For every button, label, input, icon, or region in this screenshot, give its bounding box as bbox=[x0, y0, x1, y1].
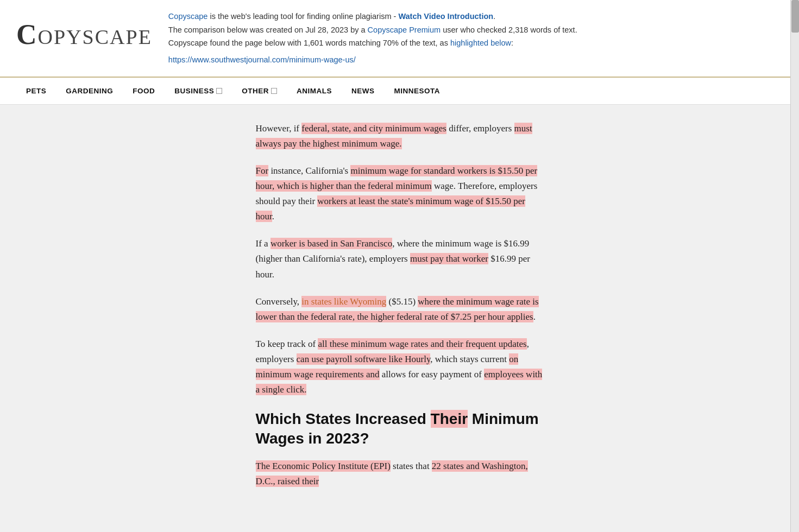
section-heading: Which States Increased Their Minimum Wag… bbox=[256, 409, 544, 449]
other-square-icon bbox=[271, 88, 277, 94]
nav-news[interactable]: NEWS bbox=[342, 78, 385, 105]
nav-food[interactable]: FOOD bbox=[123, 78, 165, 105]
article-url-link[interactable]: https://www.southwestjournal.com/minimum… bbox=[168, 55, 356, 64]
highlight-for: For bbox=[256, 165, 269, 176]
highlight-federal-wages: federal, state, and city minimum wages bbox=[301, 123, 446, 134]
scrollbar-thumb[interactable] bbox=[791, 0, 799, 33]
highlight-their: Their bbox=[431, 410, 468, 428]
comparison-line: The comparison below was created on Jul … bbox=[168, 23, 783, 37]
highlight-ca-wage: minimum wage for standard workers is $15… bbox=[256, 165, 538, 192]
header: COPYSCAPE Copyscape is the web's leading… bbox=[0, 0, 799, 78]
highlight-sf-worker: worker is based in San Francisco bbox=[270, 238, 392, 249]
header-info: Copyscape is the web's leading tool for … bbox=[168, 10, 783, 67]
highlight-track-rates: all these minimum wage rates and their f… bbox=[318, 338, 526, 350]
nav-other[interactable]: OTHER bbox=[232, 78, 287, 105]
highlight-payroll-software: can use payroll software like Hourly bbox=[297, 353, 431, 365]
intro-text: is the web's leading tool for finding on… bbox=[207, 12, 398, 21]
scrollbar[interactable] bbox=[790, 0, 799, 505]
paragraph-5: To keep track of all these minimum wage … bbox=[256, 337, 544, 397]
nav-gardening[interactable]: GARDENING bbox=[56, 78, 123, 105]
highlight-wyoming: in states like Wyoming bbox=[301, 296, 386, 307]
highlight-epi: The Economic Policy Institute (EPI) bbox=[256, 460, 391, 472]
copyscape-logo: COPYSCAPE bbox=[16, 12, 152, 57]
nav-bar: PETS GARDENING FOOD BUSINESS OTHER ANIMA… bbox=[0, 78, 799, 105]
found-line: Copyscape found the page below with 1,60… bbox=[168, 36, 783, 50]
highlighted-below-link[interactable]: highlighted below bbox=[450, 39, 511, 47]
highlight-workers-least: workers at least the state's minimum wag… bbox=[256, 195, 525, 222]
paragraph-1: However, if federal, state, and city min… bbox=[256, 121, 544, 151]
nav-minnesota[interactable]: MINNESOTA bbox=[385, 78, 450, 105]
paragraph-2: For instance, California's minimum wage … bbox=[256, 163, 544, 224]
logo-area: COPYSCAPE bbox=[16, 10, 152, 57]
highlight-federal-higher: where the minimum wage rate is lower tha… bbox=[256, 296, 539, 322]
premium-link[interactable]: Copyscape Premium bbox=[368, 26, 441, 34]
copyscape-link[interactable]: Copyscape bbox=[168, 12, 208, 21]
nav-business[interactable]: BUSINESS bbox=[165, 78, 232, 105]
watch-video-link[interactable]: Watch Video Introduction bbox=[398, 12, 493, 21]
highlight-must-pay-worker: must pay that worker bbox=[410, 253, 488, 264]
article-body: However, if federal, state, and city min… bbox=[163, 121, 636, 489]
business-square-icon bbox=[216, 88, 222, 94]
paragraph-3: If a worker is based in San Francisco, w… bbox=[256, 236, 544, 282]
nav-animals[interactable]: ANIMALS bbox=[287, 78, 342, 105]
main-content: However, if federal, state, and city min… bbox=[0, 105, 799, 505]
nav-pets[interactable]: PETS bbox=[16, 78, 56, 105]
intro-line: Copyscape is the web's leading tool for … bbox=[168, 10, 783, 23]
page-url-line: https://www.southwestjournal.com/minimum… bbox=[168, 53, 783, 67]
paragraph-4: Conversely, in states like Wyoming ($5.1… bbox=[256, 294, 544, 325]
bottom-paragraph: The Economic Policy Institute (EPI) stat… bbox=[256, 459, 544, 489]
